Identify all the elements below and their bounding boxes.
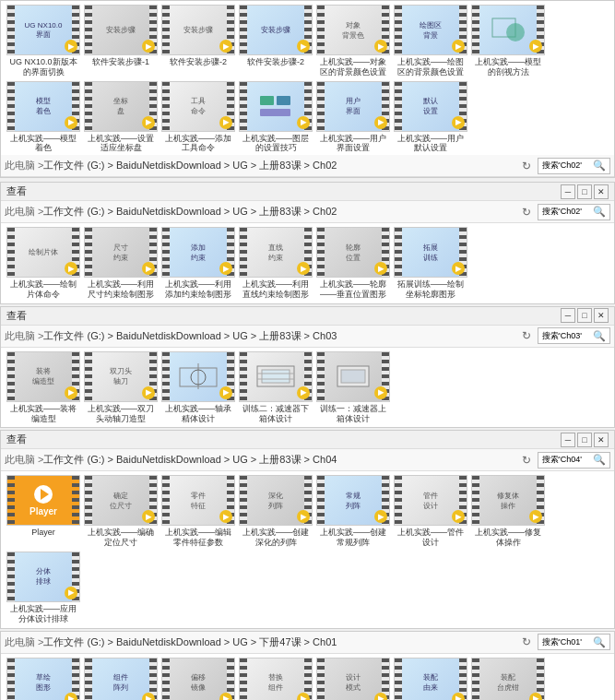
list-item[interactable]: 安装步骤 ▶ 软件安装步骤-1	[84, 5, 158, 77]
badge-yellow: ▶	[297, 40, 310, 53]
search-input[interactable]	[542, 208, 593, 217]
list-item[interactable]: ▶ 上机实践——轴承精体设计	[161, 351, 235, 424]
list-item[interactable]: 用户界面 ▶ 上机实践——用户界面设置	[316, 81, 390, 154]
list-item[interactable]: 模型着色 ▶ 上机实践——模型着色	[6, 81, 80, 154]
svg-rect-2	[260, 96, 274, 105]
list-item[interactable]: 拓展训练 ▶ 拓展训练——绘制坐标轮廓图形	[394, 227, 467, 300]
list-item[interactable]: 轮廓位置 ▶ 上机实践——轮廓——垂直位置图形	[316, 227, 390, 300]
window-controls: ─ □ ✕	[561, 433, 609, 447]
search-icon-button[interactable]: 🔍	[593, 160, 606, 172]
refresh-button[interactable]: ↻	[519, 205, 534, 219]
search-input[interactable]	[542, 331, 593, 340]
list-item[interactable]: 装将编造型 ▶ 上机实践——装将编造型	[6, 351, 80, 424]
thumb-label: 上机实践——创建常规列阵	[316, 528, 390, 548]
search-box: 🔍	[538, 327, 610, 344]
search-icon-button[interactable]: 🔍	[593, 454, 606, 466]
list-item[interactable]: 坐标盘 ▶ 上机实践——设置适应坐标盘	[84, 81, 158, 154]
maximize-button[interactable]: □	[577, 184, 592, 199]
list-item[interactable]: 装配由来 ▶ 上机实践——装配由来	[394, 658, 467, 700]
close-button[interactable]: ✕	[594, 184, 609, 199]
search-box: 🔍	[538, 158, 610, 174]
list-item[interactable]: 尺寸约束 ▶ 上机实践——利用尺寸约束绘制图形	[84, 227, 158, 300]
search-input[interactable]	[542, 456, 593, 465]
thumbnail-grid-ch04: Player Player 确定位尺寸 ▶ 上机实践——编确定位尺寸 零件特征	[1, 471, 614, 627]
addr-path: 工作文件 (G:) > BaiduNetdiskDownload > UG > …	[43, 159, 519, 172]
thumb-label: UG NX10.0新版本的界面切换	[6, 57, 80, 77]
thumbnail-grid-ch01: 草绘图形 ▶ 上机实践——创建并编辑草绘图形 组件阵列 ▶ 上机实践——创建组件…	[1, 654, 614, 700]
list-item[interactable]: ▶ 上机实践——模型的剖视方法	[471, 5, 545, 77]
list-item[interactable]: 确定位尺寸 ▶ 上机实践——编确定位尺寸	[84, 475, 158, 548]
close-button[interactable]: ✕	[594, 433, 609, 447]
search-icon-button[interactable]: 🔍	[593, 636, 606, 648]
search-input[interactable]	[542, 637, 593, 647]
search-icon-button[interactable]: 🔍	[593, 206, 606, 218]
section-label: 查看	[6, 309, 27, 323]
thumb-label: 上机实践——利用添加约束绘制图形	[161, 279, 235, 300]
refresh-button[interactable]: ↻	[519, 328, 534, 343]
maximize-button[interactable]: □	[577, 308, 592, 323]
list-item[interactable]: 偏移镜像 ▶ 上机实践——偏移镜像组件	[161, 658, 235, 700]
badge-yellow: ▶	[374, 510, 387, 523]
list-item[interactable]: 安装步骤 ▶ 软件安装步骤-2	[239, 5, 313, 77]
list-item[interactable]: 管件设计 ▶ 上机实践——管件设计	[394, 475, 467, 548]
player-item[interactable]: Player Player	[6, 475, 80, 548]
minimize-button[interactable]: ─	[561, 433, 575, 447]
list-item[interactable]: 双刀头轴刀 ▶ 上机实践——双刀头动轴刀造型	[84, 351, 158, 424]
list-item[interactable]: 草绘图形 ▶ 上机实践——创建并编辑草绘图形	[6, 658, 80, 700]
minimize-button[interactable]: ─	[561, 184, 575, 199]
window-ch01: 此电脑 > 工作文件 (G:) > BaiduNetdiskDownload >…	[0, 631, 615, 700]
thumb-label: 上机实践——编辑零件特征参数	[161, 528, 235, 548]
list-item[interactable]: 常规列阵 ▶ 上机实践——创建常规列阵	[316, 475, 390, 548]
close-button[interactable]: ✕	[594, 308, 609, 323]
list-item[interactable]: 工具命令 ▶ 上机实践——添加工具命令	[161, 81, 235, 154]
list-item[interactable]: 分体排球 ▶ 上机实践——应用分体设计排球	[6, 552, 80, 624]
thumb-label: 上机实践——修复体操作	[471, 528, 545, 548]
thumbnail-grid-ch03: 装将编造型 ▶ 上机实践——装将编造型 双刀头轴刀 ▶ 上机实践——双刀头动轴刀…	[1, 348, 614, 428]
badge-yellow: ▶	[374, 116, 387, 129]
address-bar-ch04: 此电脑 > 工作文件 (G:) > BaiduNetdiskDownload >…	[1, 449, 614, 471]
list-item[interactable]: 安装步骤 ▶ 软件安装步骤-2	[161, 5, 235, 77]
window-ch02-top: UG NX10.0界面 ▶ UG NX10.0新版本的界面切换 安装步骤 ▶ 软…	[0, 0, 615, 178]
thumb-label: 上机实践——对象区的背景颜色设置	[316, 57, 390, 77]
window-ch04: 查看 ─ □ ✕ 此电脑 > 工作文件 (G:) > BaiduNetdiskD…	[0, 430, 615, 628]
window-controls: ─ □ ✕	[561, 308, 609, 323]
list-item[interactable]: 绘制片体 ▶ 上机实践——绘制片体命令	[6, 227, 80, 300]
badge-yellow: ▶	[452, 116, 465, 129]
list-item[interactable]: ▶ 训练一：减速器上箱体设计	[316, 351, 390, 424]
list-item[interactable]: 添加约束 ▶ 上机实践——利用添加约束绘制图形	[161, 227, 235, 300]
addr-path: 工作文件 (G:) > BaiduNetdiskDownload > UG > …	[43, 205, 519, 219]
badge-yellow: ▶	[219, 262, 232, 275]
list-item[interactable]: 替换组件 ▶ 上机实践——替换组件	[239, 658, 313, 700]
badge-yellow: ▶	[65, 40, 77, 53]
search-input[interactable]	[542, 161, 593, 171]
thumb-label: 上机实践——编确定位尺寸	[84, 528, 158, 548]
badge-yellow: ▶	[452, 40, 465, 53]
list-item[interactable]: 深化列阵 ▶ 上机实践——创建深化的列阵	[239, 475, 313, 548]
minimize-button[interactable]: ─	[561, 308, 575, 323]
list-item[interactable]: 装配台虎钳 ▶ 训练二：装配台虎钳	[471, 658, 545, 700]
maximize-button[interactable]: □	[577, 433, 592, 447]
thumb-label: 上机实践——轮廓——垂直位置图形	[316, 279, 390, 300]
list-item[interactable]: 对象背景色 ▶ 上机实践——对象区的背景颜色设置	[316, 5, 390, 77]
list-item[interactable]: 修复体操作 ▶ 上机实践——修复体操作	[471, 475, 545, 548]
refresh-button[interactable]: ↻	[519, 453, 534, 468]
list-item[interactable]: 绘图区背景 ▶ 上机实践——绘图区的背景颜色设置	[394, 5, 467, 77]
svg-rect-13	[341, 370, 365, 383]
badge-yellow: ▶	[219, 386, 232, 399]
list-item[interactable]: 默认设置 ▶ 上机实践——用户默认设置	[394, 81, 467, 154]
refresh-button[interactable]: ↻	[519, 159, 534, 173]
refresh-button[interactable]: ↻	[519, 635, 534, 649]
badge-yellow: ▶	[142, 262, 155, 275]
list-item[interactable]: ▶ 训练二：减速器下箱体设计	[239, 351, 313, 424]
badge-yellow: ▶	[65, 262, 77, 275]
list-item[interactable]: 零件特征 ▶ 上机实践——编辑零件特征参数	[161, 475, 235, 548]
search-icon-button[interactable]: 🔍	[593, 330, 606, 342]
thumb-label: 上机实践——图层的设置技巧	[239, 134, 313, 154]
player-text: Player	[30, 506, 57, 516]
thumb-label: 软件安装步骤-2	[161, 57, 235, 67]
list-item[interactable]: 组件阵列 ▶ 上机实践——创建组件件阵列	[84, 658, 158, 700]
list-item[interactable]: UG NX10.0界面 ▶ UG NX10.0新版本的界面切换	[6, 5, 80, 77]
list-item[interactable]: 设计模式 ▶ 上机实践——由分到设计模	[316, 658, 390, 700]
list-item[interactable]: ▶ 上机实践——图层的设置技巧	[239, 81, 313, 154]
list-item[interactable]: 直线约束 ▶ 上机实践——利用直线约束绘制图形	[239, 227, 313, 300]
